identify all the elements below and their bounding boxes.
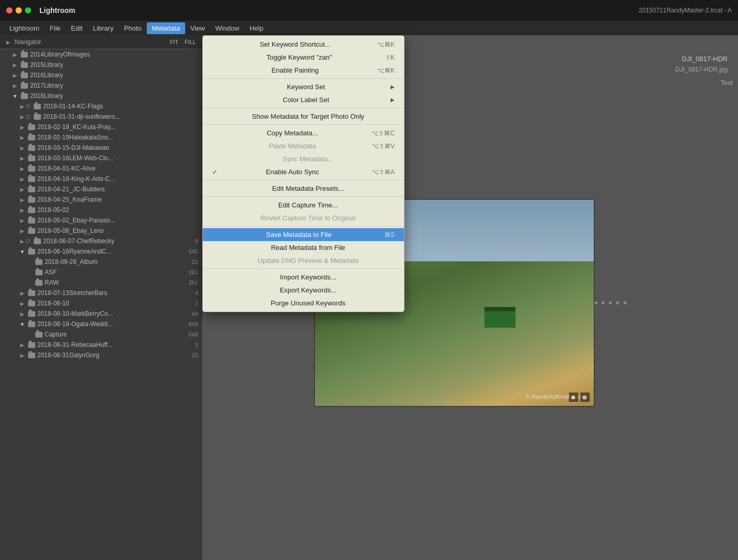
folder-row-f22[interactable]: RAW261 [0,277,202,288]
folder-row-f17[interactable]: ▶2018-05-08_Ebay_Lens [0,226,202,236]
folder-name-f1: 2015Library [30,61,63,68]
dd-label-keyword-set: Keyword Set [287,83,325,91]
folder-count-f29: 25 [192,352,198,358]
dd-item-export-keywords[interactable]: Export Keywords... [203,284,404,297]
folder-arrow-f16: ▶ [19,217,26,224]
dot-5 [623,301,626,304]
menu-edit[interactable]: Edit [66,22,88,34]
dd-item-purge-keywords[interactable]: Purge Unused Keywords [203,297,404,310]
folder-name-f19: 2018-06-16RyanneAndC... [37,248,112,255]
folder-list: ▶2014LibraryOfImages▶2015Library▶2016Lib… [0,49,202,360]
folder-row-f2[interactable]: ▶2016Library [0,70,202,80]
fit-button[interactable]: FIT [170,39,178,45]
dd-item-edit-metadata-presets[interactable]: Edit Metadata Presets... [203,182,404,195]
folder-row-f6[interactable]: ▶2018-01-31-dji-sunflowers... [0,111,202,122]
folder-row-f14[interactable]: ▶2018-04-25_KoaFrame [0,194,202,205]
folder-name-f25: 2018-08-10-MarkBerryCo... [37,310,113,317]
dd-shortcut-toggle-keyword: ⇧K [385,54,395,61]
folder-row-f4[interactable]: ▼2018Library [0,91,202,101]
dd-item-edit-capture-time[interactable]: Edit Capture Time... [203,199,404,212]
photo-filename: DJI_0817-HDR [675,54,728,65]
folder-row-f1[interactable]: ▶2015Library [0,60,202,70]
folder-row-f21[interactable]: ASF261 [0,267,202,277]
dd-item-toggle-keyword[interactable]: Toggle Keyword "zan"⇧K [203,51,404,64]
dd-separator-6 [203,108,404,108]
folder-icon-f20 [35,259,43,265]
titlebar: Lightroom 20150711RandyMaster-2.lrcat - … [0,0,738,21]
dd-item-keyword-set[interactable]: Keyword Set▶ [203,80,404,93]
folder-count-f18: 8 [195,238,198,244]
dd-item-copy-metadata[interactable]: Copy Metadata...⌥⇧⌘C [203,127,404,139]
dd-item-set-keyword-shortcut[interactable]: Set Keyword Shortcut...⌥⌘K [203,38,404,51]
dd-separator-22 [203,269,404,269]
photo-info: DJI_0817-HDR DJI_0817-HDR.jpg [675,54,728,75]
dd-right-paste-metadata: ⌥⇧⌘V [364,143,395,150]
dd-item-read-metadata[interactable]: Read Metadata from File [203,241,404,254]
folder-name-f7: 2018-02-19_KC-Kula-Pray... [37,123,116,131]
dot-3 [609,301,612,304]
folder-row-f28[interactable]: ▶2018-08-31-RebecaaHuff...3 [0,340,202,350]
folder-row-f7[interactable]: ▶2018-02-19_KC-Kula-Pray... [0,122,202,132]
folder-row-f24[interactable]: ▶2018-08-102 [0,298,202,309]
dot-2 [602,301,605,304]
folder-arrow-f7: ▶ [19,123,26,131]
folder-row-f26[interactable]: ▼2018-08-18-Ogata-Weddi...649 [0,319,202,329]
dd-separator-3 [203,78,404,79]
menu-metadata[interactable]: Metadata [147,22,185,34]
folder-name-f17: 2018-05-08_Ebay_Lens [37,227,104,234]
folder-row-f15[interactable]: ▶2018-05-02 [0,205,202,215]
folder-row-f13[interactable]: ▶2018-04-21_JC-Builders [0,184,202,194]
dd-right-color-label-set: ▶ [391,97,395,103]
folder-row-f5[interactable]: ▶2018-01-14-KC-Flags [0,101,202,111]
fill-button[interactable]: FILL [185,39,196,45]
dd-label-export-keywords: Export Keywords... [280,286,336,294]
menu-window[interactable]: Window [210,22,244,34]
folder-row-f12[interactable]: ▶2018-04-18-King-K-Arts-C... [0,174,202,184]
folder-row-f18[interactable]: ▶2018-06-07-ChefRebecky8 [0,236,202,246]
dd-item-enable-painting[interactable]: Enable Painting⌥⌘K [203,64,404,77]
folder-row-f29[interactable]: ▶2018-08-31GalynGorg25 [0,350,202,360]
folder-name-f18: 2018-06-07-ChefRebecky [43,237,114,245]
folder-row-f11[interactable]: ▶2018-04-01-KC-Alive [0,163,202,174]
folder-row-f3[interactable]: ▶2017Library [0,80,202,91]
menu-file[interactable]: File [45,22,66,34]
navigator-label: Navigator [15,38,41,46]
dd-item-save-metadata[interactable]: Save Metadata to File⌘S [203,228,404,241]
folder-count-f19: 545 [189,248,198,255]
menu-photo[interactable]: Photo [119,22,147,34]
folder-name-f13: 2018-04-21_JC-Builders [37,186,105,193]
maximize-button[interactable] [25,7,31,13]
dd-shortcut-copy-metadata: ⌥⇧⌘C [371,130,395,137]
folder-arrow-f23: ▶ [19,289,26,297]
menu-view[interactable]: View [185,22,210,34]
close-button[interactable] [6,7,12,13]
folder-row-f10[interactable]: ▶2018-03-16LEM-Web-Clo... [0,153,202,163]
folder-row-f16[interactable]: ▶2018-05-02_Ebay-Panaso... [0,215,202,226]
menu-library[interactable]: Library [88,22,119,34]
dd-label-set-keyword-shortcut: Set Keyword Shortcut... [260,40,331,48]
menu-lightroom[interactable]: Lightroom [4,22,45,34]
folder-row-f20[interactable]: 2018-09-29_Album23 [0,257,202,267]
dd-item-color-label-set[interactable]: Color Label Set▶ [203,93,404,106]
folder-row-f25[interactable]: ▶2018-08-10-MarkBerryCo...44 [0,309,202,319]
folder-row-f23[interactable]: ▶2018-07-13StretcherBars4 [0,288,202,298]
dd-item-show-metadata[interactable]: Show Metadata for Target Photo Only [203,110,404,123]
dd-right-enable-painting: ⌥⌘K [369,67,395,74]
menu-help[interactable]: Help [244,22,269,34]
folder-row-f8[interactable]: ▶2018-02-19HaleakalaSno... [0,132,202,143]
folder-row-f19[interactable]: ▼2018-06-16RyanneAndC...545 [0,246,202,257]
dd-separator-13 [203,180,404,180]
dd-item-enable-auto-sync[interactable]: ✓Enable Auto Sync⌥⇧⌘A [203,165,404,178]
folder-row-f9[interactable]: ▶2018-03-15-DJI-Makawao [0,143,202,153]
folder-name-f2: 2016Library [30,72,63,79]
dd-item-revert-capture-time: Revert Capture Time to Original [203,212,404,225]
folder-row-f0[interactable]: ▶2014LibraryOfImages [0,49,202,60]
photo-icon-2: ▦ [580,393,590,402]
dd-label-edit-metadata-presets: Edit Metadata Presets... [272,185,344,192]
minimize-button[interactable] [16,7,22,13]
folder-name-f22: RAW [45,279,59,286]
dd-item-import-keywords[interactable]: Import Keywords... [203,271,404,284]
sidebar-header-left: ▶ Navigator [6,38,41,46]
folder-name-f24: 2018-08-10 [37,300,69,307]
folder-row-f27[interactable]: Capture649 [0,329,202,340]
